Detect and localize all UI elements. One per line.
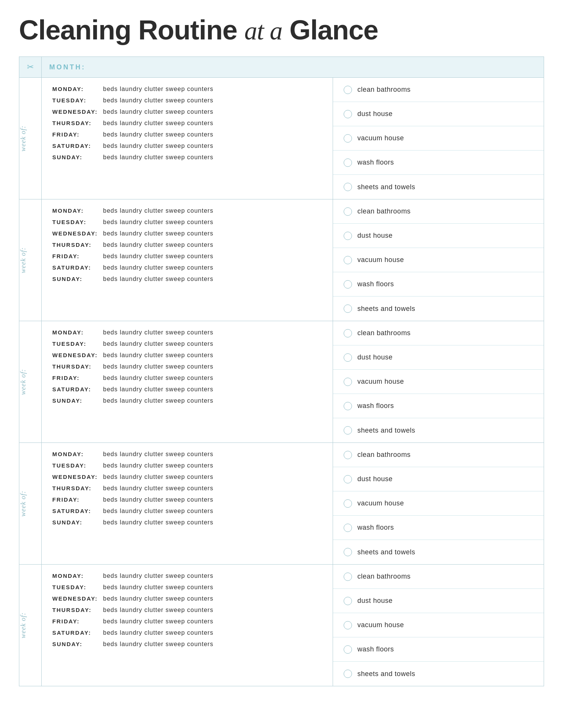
task-checkbox[interactable] [344,475,352,483]
task-checkbox[interactable] [344,86,352,94]
weekly-task-label: dust house [357,110,393,118]
task-checkbox[interactable] [344,524,352,532]
day-tasks: beds laundry clutter sweep counters [103,351,213,360]
day-tasks: beds laundry clutter sweep counters [103,484,213,493]
task-checkbox[interactable] [344,402,352,410]
day-label: WEDNESDAY: [52,108,102,116]
day-row: WEDNESDAY:beds laundry clutter sweep cou… [52,594,322,603]
task-checkbox[interactable] [344,573,352,581]
day-row: TUESDAY:beds laundry clutter sweep count… [52,461,322,470]
task-checkbox[interactable] [344,670,352,678]
week-of-label: week of: [19,365,27,399]
task-checkbox[interactable] [344,280,352,289]
task-checkbox[interactable] [344,597,352,605]
task-checkbox[interactable] [344,353,352,362]
week-row-5: week of:MONDAY:beds laundry clutter swee… [19,565,544,686]
task-checkbox[interactable] [344,304,352,313]
day-label: FRIDAY: [52,496,102,504]
weekly-task-row: wash floors [333,151,544,175]
task-checkbox[interactable] [344,329,352,337]
day-tasks: beds laundry clutter sweep counters [103,617,213,626]
day-tasks: beds laundry clutter sweep counters [103,252,213,261]
task-checkbox[interactable] [344,426,352,435]
day-label: THURSDAY: [52,606,102,615]
weekly-task-row: wash floors [333,272,544,297]
weekly-task-label: dust house [357,232,393,240]
scissor-icon: ✂ [19,57,42,78]
weekly-task-label: vacuum house [357,134,404,142]
task-checkbox[interactable] [344,158,352,167]
day-tasks: beds laundry clutter sweep counters [103,461,213,470]
task-checkbox[interactable] [344,183,352,191]
weekly-task-label: vacuum house [357,256,404,264]
weekly-task-row: sheets and towels [333,662,544,686]
day-tasks: beds laundry clutter sweep counters [103,640,213,649]
day-tasks: beds laundry clutter sweep counters [103,130,213,139]
task-checkbox[interactable] [344,621,352,629]
day-label: TUESDAY: [52,218,102,227]
day-tasks: beds laundry clutter sweep counters [103,85,213,94]
task-checkbox[interactable] [344,645,352,654]
weekly-task-row: clean bathrooms [333,78,544,102]
day-tasks: beds laundry clutter sweep counters [103,339,213,348]
weekly-task-row: clean bathrooms [333,565,544,589]
day-tasks: beds laundry clutter sweep counters [103,396,213,405]
day-label: SUNDAY: [52,397,102,405]
day-tasks: beds laundry clutter sweep counters [103,628,213,637]
day-label: SATURDAY: [52,629,102,637]
day-label: TUESDAY: [52,583,102,592]
day-tasks: beds laundry clutter sweep counters [103,328,213,337]
day-label: TUESDAY: [52,340,102,348]
task-checkbox[interactable] [344,451,352,459]
day-label: THURSDAY: [52,484,102,493]
day-label: MONDAY: [52,450,102,459]
weekly-task-row: clean bathrooms [333,443,544,467]
day-tasks: beds laundry clutter sweep counters [103,263,213,272]
day-label: FRIDAY: [52,374,102,383]
week-row-4: week of:MONDAY:beds laundry clutter swee… [19,443,544,565]
weekly-task-label: clean bathrooms [357,207,411,215]
day-tasks: beds laundry clutter sweep counters [103,385,213,394]
day-label: WEDNESDAY: [52,473,102,482]
page-title: Cleaning Routine at a Glance [19,15,544,45]
weekly-task-row: wash floors [333,394,544,418]
day-label: FRIDAY: [52,617,102,626]
day-tasks: beds laundry clutter sweep counters [103,206,213,215]
daily-tasks-2: MONDAY:beds laundry clutter sweep counte… [42,199,333,321]
day-row: SUNDAY:beds laundry clutter sweep counte… [52,275,322,284]
week-label-3: week of: [19,321,42,443]
weekly-task-row: dust house [333,102,544,126]
weekly-task-row: sheets and towels [333,418,544,442]
task-checkbox[interactable] [344,232,352,240]
day-row: MONDAY:beds laundry clutter sweep counte… [52,206,322,215]
week-of-label: week of: [19,243,27,277]
daily-tasks-1: MONDAY:beds laundry clutter sweep counte… [42,78,333,199]
week-of-label: week of: [19,122,27,155]
weekly-task-row: vacuum house [333,613,544,637]
day-row: WEDNESDAY:beds laundry clutter sweep cou… [52,229,322,238]
weekly-task-row: dust house [333,345,544,370]
weekly-tasks-1: clean bathroomsdust housevacuum housewas… [333,78,544,199]
day-tasks: beds laundry clutter sweep counters [103,507,213,516]
day-tasks: beds laundry clutter sweep counters [103,119,213,128]
day-label: SATURDAY: [52,264,102,272]
task-checkbox[interactable] [344,548,352,556]
task-checkbox[interactable] [344,207,352,216]
week-row-3: week of:MONDAY:beds laundry clutter swee… [19,321,544,443]
weekly-task-label: wash floors [357,645,394,653]
task-checkbox[interactable] [344,134,352,143]
day-tasks: beds laundry clutter sweep counters [103,571,213,581]
day-row: TUESDAY:beds laundry clutter sweep count… [52,96,322,105]
day-label: TUESDAY: [52,96,102,105]
weekly-task-row: clean bathrooms [333,199,544,224]
task-checkbox[interactable] [344,110,352,118]
weekly-task-label: clean bathrooms [357,451,411,459]
task-checkbox[interactable] [344,256,352,264]
task-checkbox[interactable] [344,378,352,386]
month-header-row: ✂ MONTH: [19,57,544,78]
weekly-task-row: sheets and towels [333,175,544,199]
week-row-1: week of:MONDAY:beds laundry clutter swee… [19,78,544,199]
task-checkbox[interactable] [344,499,352,508]
day-row: MONDAY:beds laundry clutter sweep counte… [52,571,322,581]
weekly-tasks-2: clean bathroomsdust housevacuum housewas… [333,199,544,321]
